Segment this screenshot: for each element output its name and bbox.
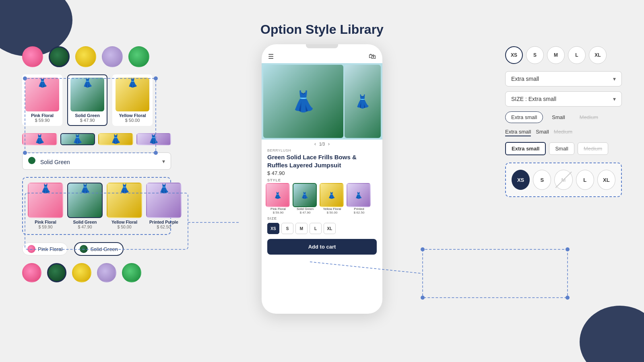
color-dot-yellow[interactable] (75, 46, 96, 67)
product-card-label-yellow: Yellow Floral (116, 113, 149, 118)
cart-icon[interactable]: 🛍 (369, 52, 376, 61)
color-dot-lavender[interactable] (102, 46, 123, 67)
bottom-dot-darkgreen[interactable] (47, 263, 66, 282)
size-underline-row: Extra small Small Medium (505, 129, 622, 136)
prev-arrow[interactable]: ‹ (314, 141, 316, 147)
phone-style-img-green: 👗 (293, 183, 317, 207)
size-underline-small[interactable]: Small (536, 129, 549, 136)
color-dot-darkgreen[interactable] (49, 46, 70, 67)
style-card-green[interactable]: 👗 Solid Green $ 47.90 (67, 183, 103, 229)
phone-style-yellow[interactable]: 👗 Yellow Floral $ 50.00 (320, 183, 345, 214)
size-text-extrasmall-1[interactable]: Extra small (505, 111, 543, 123)
bottom-dot-pink[interactable] (22, 263, 41, 282)
thumb-yellow[interactable]: 👗 (98, 133, 133, 145)
phone-style-pink[interactable]: 👗 Pink Floral $ 59.90 (266, 183, 291, 214)
sz-circle-l[interactable]: L (568, 46, 586, 64)
page-title: Option Style Library (260, 22, 384, 37)
color-dot-green[interactable] (128, 46, 149, 67)
phone-style-price-yellow: $ 50.00 (320, 211, 345, 214)
size-box-row: Extra small Small Medium (505, 142, 622, 155)
style-dropdown[interactable]: Solid Green ▾ (22, 152, 171, 170)
thumb-pink[interactable]: 👗 (22, 133, 57, 145)
product-card-label-green: Solid Green (70, 113, 104, 118)
phone-size-xl[interactable]: XL (324, 223, 336, 234)
size-dropdown-2[interactable]: SIZE : Extra small ▾ (505, 91, 622, 107)
phone-style-label-lavender: Printed (347, 207, 372, 211)
phone-topbar: ☰ 🛍 (262, 50, 382, 63)
bottom-dots-row (22, 263, 171, 282)
product-card-img-green: 👗 (70, 78, 104, 111)
color-dots-row-top (22, 46, 171, 67)
phone-product-images: 👗 👗 (262, 63, 382, 140)
bottom-dot-lavender[interactable] (97, 263, 116, 282)
style-card-pink[interactable]: 👗 Pink Floral $ 59.90 (28, 183, 63, 229)
chevron-down-icon: ▾ (162, 158, 165, 165)
color-dot-pink[interactable] (22, 46, 43, 67)
right-dashed-box: XS S M L XL (505, 162, 622, 197)
color-label-pink[interactable]: Pink Floral (22, 243, 68, 255)
size-dropdown-2-label: SIZE : Extra small (511, 96, 556, 102)
phone-size-buttons: XS S M L XL (262, 221, 382, 236)
phone-style-green[interactable]: 👗 Solid Green $ 47.90 (293, 183, 318, 214)
phone-size-s[interactable]: S (281, 223, 293, 234)
product-cards-row: 👗 Pink Floral $ 59.90 👗 Solid Green $ 47… (22, 74, 171, 126)
big-circle-xs[interactable]: XS (512, 170, 530, 190)
big-circle-l[interactable]: L (576, 170, 594, 190)
style-card-yellow[interactable]: 👗 Yellow Floral $ 50.00 (107, 183, 142, 229)
size-underline-extrasmall[interactable]: Extra small (505, 129, 531, 136)
big-circle-m[interactable]: M (554, 170, 572, 190)
phone-pagination: ‹ 1/3 › (262, 140, 382, 148)
big-circle-xl[interactable]: XL (597, 170, 615, 190)
hamburger-icon[interactable]: ☰ (268, 53, 274, 60)
size-text-medium-1: Medium (574, 112, 604, 123)
bottom-dot-yellow[interactable] (72, 263, 91, 282)
size-box-extrasmall[interactable]: Extra small (505, 142, 546, 155)
thumb-lavender[interactable]: 👗 (136, 133, 171, 145)
color-label-row: Pink Floral Solid Green (22, 242, 171, 256)
size-dropdown-1-label: Extra small (511, 76, 539, 82)
sz-circle-s[interactable]: S (526, 46, 544, 64)
dropdown-label: Solid Green (40, 159, 70, 165)
size-circles-row: XS S M L XL (505, 46, 622, 64)
size-text-small-1[interactable]: Small (546, 112, 571, 123)
style-card-img-green: 👗 (67, 183, 103, 218)
product-card-pink[interactable]: 👗 Pink Floral $ 59.90 (22, 74, 62, 126)
phone-brand: BERRYLUSH (262, 148, 382, 152)
phone-img-main-icon: 👗 (291, 90, 316, 113)
style-card-price-yellow: $ 50.00 (107, 224, 142, 229)
next-arrow[interactable]: › (328, 141, 330, 147)
add-to-cart-button[interactable]: Add to cart (267, 239, 377, 255)
phone-size-m[interactable]: M (295, 223, 308, 234)
style-cards-dashed-box: 👗 Pink Floral $ 59.90 👗 Solid Green $ 47… (22, 177, 171, 235)
phone-size-xs[interactable]: XS (267, 223, 279, 234)
big-circle-s[interactable]: S (533, 170, 551, 190)
chevron-down-icon-2: ▾ (613, 96, 616, 102)
phone-style-price-lavender: $ 62.50 (347, 211, 372, 214)
product-card-green[interactable]: 👗 Solid Green $ 47.90 (67, 74, 107, 126)
sz-circle-xs[interactable]: XS (505, 46, 523, 64)
sz-circle-xl[interactable]: XL (589, 46, 607, 64)
style-card-label-lavender: Printed Purple (146, 220, 182, 224)
bottom-dot-green[interactable] (122, 263, 141, 282)
style-card-label-yellow: Yellow Floral (107, 220, 142, 224)
phone-style-strip: 👗 Pink Floral $ 59.90 👗 Solid Green $ 47… (262, 183, 382, 214)
size-dropdown-1[interactable]: Extra small ▾ (505, 71, 622, 86)
svg-point-8 (566, 247, 570, 251)
phone-style-lavender[interactable]: 👗 Printed $ 62.50 (347, 183, 372, 214)
style-card-price-pink: $ 59.90 (28, 224, 63, 229)
color-label-green[interactable]: Solid Green (74, 242, 124, 256)
phone-size-l[interactable]: L (310, 223, 322, 234)
svg-point-10 (566, 296, 570, 300)
phone-mockup: ☰ 🛍 👗 👗 ‹ 1/3 › BERRYLUSH Green Solid La… (262, 44, 382, 314)
thumb-green[interactable]: 👗 (60, 133, 95, 145)
product-card-yellow[interactable]: 👗 Yellow Floral $ 50.00 (112, 74, 153, 126)
size-box-medium: Medium (578, 142, 608, 155)
sz-circle-m[interactable]: M (547, 46, 565, 64)
style-card-img-lavender: 👗 (146, 183, 182, 218)
size-box-small[interactable]: Small (549, 142, 574, 155)
phone-style-label: STYLE (262, 176, 382, 183)
product-card-img-yellow: 👗 (116, 78, 149, 111)
right-panel: XS S M L XL Extra small ▾ SIZE : Extra s… (505, 46, 622, 197)
phone-img-main: 👗 (263, 65, 343, 138)
style-card-lavender[interactable]: 👗 Printed Purple $ 62.50 (146, 183, 182, 229)
